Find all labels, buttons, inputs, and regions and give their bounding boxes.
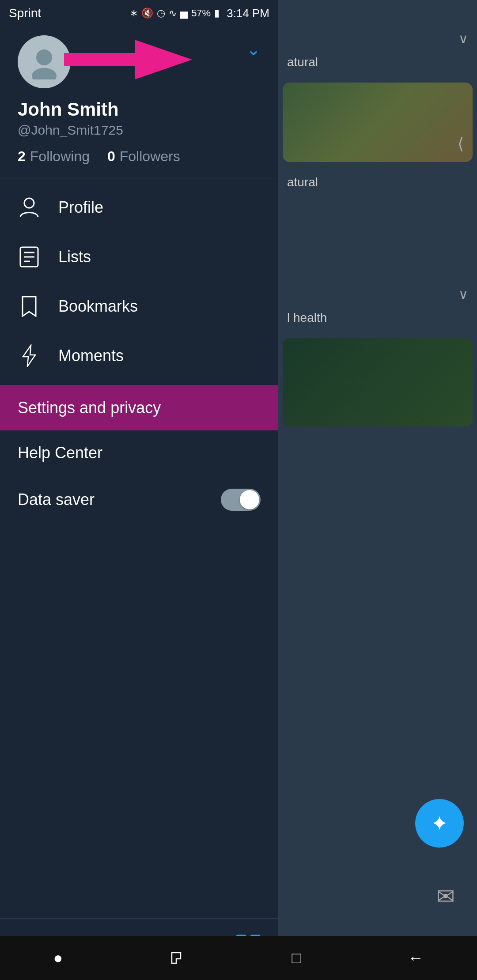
menu-item-profile[interactable]: Profile <box>0 183 278 232</box>
bluetooth-icon: ∗ <box>130 8 138 19</box>
menu-item-moments[interactable]: Moments <box>0 331 278 381</box>
bg-compose-fab[interactable]: ✦ <box>415 799 464 848</box>
background-panel: ∨ atural ⟨ atural ∨ l health ✦ ✉ <box>278 0 477 980</box>
bg-share-icon: ⟨ <box>458 135 464 153</box>
bg-mail-icon: ✉ <box>436 884 455 909</box>
bolt-icon <box>18 344 41 367</box>
moments-label: Moments <box>58 347 124 365</box>
user-handle: @John_Smit1725 <box>18 123 261 138</box>
mute-icon: 🔇 <box>141 8 153 19</box>
menu-item-settings[interactable]: Settings and privacy <box>0 385 278 430</box>
settings-label: Settings and privacy <box>18 399 161 417</box>
user-name: John Smith <box>18 99 261 120</box>
account-switcher-chevron[interactable]: ⌄ <box>246 35 261 59</box>
stats-row: 2 Following 0 Followers <box>18 148 261 165</box>
bg-text-2: atural <box>283 171 473 194</box>
following-label: Following <box>30 148 90 165</box>
bookmark-icon <box>18 295 41 318</box>
menu-item-help[interactable]: Help Center <box>0 430 278 475</box>
svg-point-0 <box>36 49 52 65</box>
nav-recents-button[interactable] <box>169 950 185 966</box>
status-icons: ∗ 🔇 ◷ ∿ ▅ 57% ▮ 3:14 PM <box>130 7 269 20</box>
following-stat[interactable]: 2 Following <box>18 148 90 165</box>
bookmarks-label: Bookmarks <box>58 297 138 316</box>
profile-icon <box>18 196 41 219</box>
alarm-icon: ◷ <box>157 8 165 19</box>
svg-point-3 <box>24 198 34 208</box>
battery-percent: 57% <box>191 8 211 19</box>
profile-label: Profile <box>58 198 103 217</box>
svg-point-1 <box>32 68 57 79</box>
menu-item-bookmarks[interactable]: Bookmarks <box>0 282 278 331</box>
android-nav-bar: ● □ ← <box>0 936 477 980</box>
bg-chevron-2: ∨ <box>283 282 473 306</box>
bg-text-1: atural <box>283 51 473 74</box>
battery-icon: ▮ <box>214 8 220 19</box>
status-time: 3:14 PM <box>227 7 269 20</box>
signal-icon: ▅ <box>180 8 188 19</box>
avatar-row: ⌄ <box>18 35 261 88</box>
avatar[interactable] <box>18 35 71 88</box>
svg-marker-2 <box>64 40 192 79</box>
wifi-icon: ∿ <box>169 8 177 19</box>
carrier-label: Sprint <box>9 6 41 20</box>
data-saver-row: Data saver <box>0 475 278 524</box>
bg-card-1: ⟨ <box>283 83 473 162</box>
menu-section: Profile Lists Bookmarks <box>0 178 278 385</box>
profile-section: ⌄ John Smith @John_Smit1725 2 Following … <box>0 0 278 178</box>
lists-icon <box>18 245 41 268</box>
avatar-person-svg <box>26 44 62 79</box>
followers-label: Followers <box>120 148 180 165</box>
followers-stat[interactable]: 0 Followers <box>107 148 180 165</box>
followers-count: 0 <box>107 148 115 165</box>
status-bar: Sprint ∗ 🔇 ◷ ∿ ▅ 57% ▮ 3:14 PM <box>0 0 278 26</box>
bg-health-text: l health <box>283 306 473 329</box>
navigation-drawer: Sprint ∗ 🔇 ◷ ∿ ▅ 57% ▮ 3:14 PM <box>0 0 278 980</box>
toggle-knob <box>240 490 259 509</box>
data-saver-toggle[interactable] <box>221 489 261 511</box>
annotation-arrow <box>64 40 192 79</box>
menu-item-lists[interactable]: Lists <box>0 232 278 282</box>
data-saver-label: Data saver <box>18 490 95 509</box>
help-label: Help Center <box>18 444 102 462</box>
nav-overview-button[interactable]: □ <box>292 949 302 967</box>
bg-chevron: ∨ <box>283 26 473 51</box>
nav-home-button[interactable]: ● <box>53 949 63 967</box>
following-count: 2 <box>18 148 26 165</box>
bg-card-2 <box>283 338 473 426</box>
nav-back-button[interactable]: ← <box>408 949 424 967</box>
lists-label: Lists <box>58 248 91 266</box>
